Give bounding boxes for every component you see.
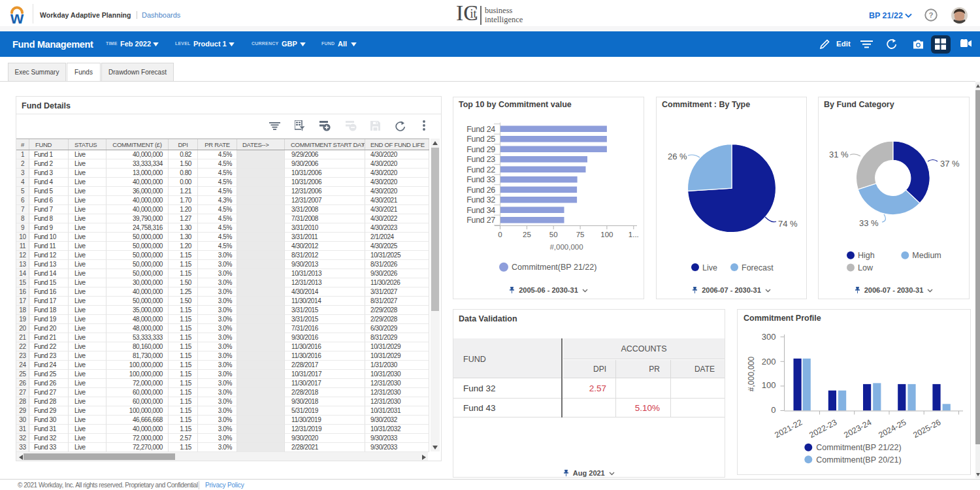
svg-text:0: 0: [771, 405, 776, 415]
svg-text:Low: Low: [858, 263, 874, 272]
svg-text:200: 200: [762, 357, 776, 367]
svg-text:300: 300: [762, 332, 776, 342]
svg-text:75: 75: [576, 231, 585, 238]
svg-text:2022-23: 2022-23: [808, 417, 838, 440]
svg-text:Commitment(BP 20/21): Commitment(BP 20/21): [816, 455, 901, 465]
svg-text:Fund 33: Fund 33: [466, 175, 495, 184]
svg-text:100: 100: [600, 231, 613, 238]
svg-text:Fund 22: Fund 22: [466, 165, 495, 174]
svg-text:1...: 1...: [629, 231, 639, 238]
svg-text:Fund 34: Fund 34: [466, 206, 495, 215]
svg-text:Fund 25: Fund 25: [466, 135, 495, 144]
svg-text:2024-25: 2024-25: [877, 417, 907, 440]
svg-text:100: 100: [762, 380, 776, 390]
svg-text:Fund 29: Fund 29: [466, 145, 495, 154]
svg-text:2021-22: 2021-22: [773, 417, 804, 440]
svg-text:37 %: 37 %: [940, 159, 960, 169]
svg-text:25: 25: [523, 231, 531, 238]
svg-text:0: 0: [498, 231, 502, 238]
svg-text:31 %: 31 %: [829, 150, 849, 159]
svg-text:Commitment(BP 21/22): Commitment(BP 21/22): [512, 263, 596, 272]
svg-text:High: High: [858, 251, 875, 260]
svg-text:Medium: Medium: [912, 251, 941, 260]
svg-text:Fund 23: Fund 23: [466, 155, 495, 164]
svg-text:Fund 24: Fund 24: [466, 125, 495, 134]
svg-text:26 %: 26 %: [668, 152, 687, 161]
svg-text:Fund 26: Fund 26: [466, 186, 495, 195]
svg-text:Fund 32: Fund 32: [466, 195, 495, 204]
svg-text:33 %: 33 %: [859, 218, 879, 228]
svg-text:Forecast: Forecast: [742, 263, 774, 272]
svg-text:?: ?: [929, 11, 934, 19]
svg-text:2023-24: 2023-24: [842, 417, 873, 440]
svg-text:Live: Live: [702, 263, 717, 272]
svg-text:#,000,000: #,000,000: [549, 243, 583, 251]
svg-text:Fund 27: Fund 27: [466, 216, 495, 225]
svg-text:#,000,000: #,000,000: [747, 356, 756, 391]
svg-text:50: 50: [549, 231, 558, 238]
svg-text:74 %: 74 %: [778, 219, 798, 229]
svg-text:w: w: [10, 8, 24, 26]
svg-text:2025-26: 2025-26: [911, 417, 942, 440]
svg-text:Commitment(BP 21/22): Commitment(BP 21/22): [816, 443, 901, 452]
